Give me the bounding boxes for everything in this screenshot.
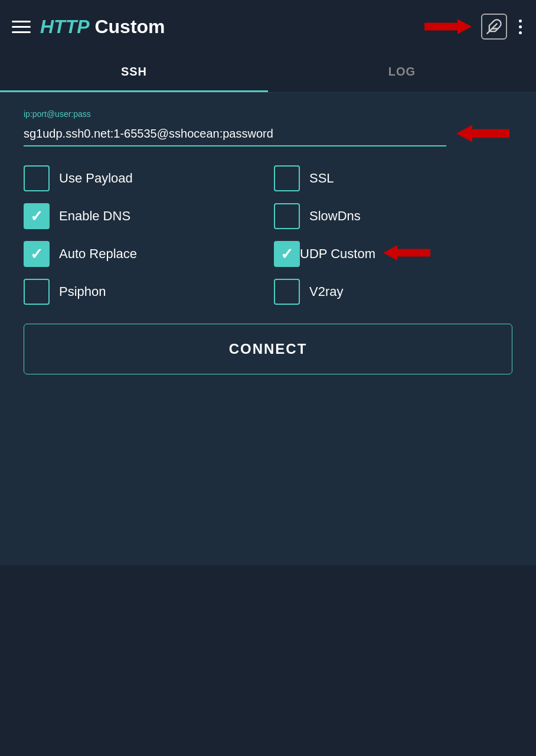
checkbox-slowdns-box[interactable]: ✓ xyxy=(274,203,300,229)
checkbox-psiphon-box[interactable]: ✓ xyxy=(24,279,50,305)
ssh-input-group: ip:port@user:pass xyxy=(24,109,512,146)
checkbox-enable-dns-box[interactable]: ✓ xyxy=(24,203,50,229)
checkbox-v2ray-box[interactable]: ✓ xyxy=(274,279,300,305)
checkbox-slowdns-label: SlowDns xyxy=(309,208,361,224)
more-options-icon[interactable] xyxy=(517,17,524,37)
checkbox-use-payload-box[interactable]: ✓ xyxy=(24,165,50,191)
checkbox-enable-dns[interactable]: ✓ Enable DNS xyxy=(24,203,262,229)
checkbox-use-payload[interactable]: ✓ Use Payload xyxy=(24,165,262,191)
checkbox-auto-replace-check: ✓ xyxy=(30,246,43,262)
arrow-to-ssh-input xyxy=(453,123,512,146)
checkbox-psiphon-label: Psiphon xyxy=(59,284,106,299)
main-content: ip:port@user:pass ✓ Use Payload ✓ SSL xyxy=(0,93,536,565)
svg-marker-0 xyxy=(424,19,472,34)
checkbox-enable-dns-label: Enable DNS xyxy=(59,208,130,224)
connect-button[interactable]: CONNECT xyxy=(24,324,512,374)
checkbox-psiphon[interactable]: ✓ Psiphon xyxy=(24,279,262,305)
checkbox-auto-replace-label: Auto Replace xyxy=(59,246,137,262)
checkbox-udp-custom-label: UDP Custom xyxy=(300,246,375,262)
checkbox-v2ray-label: V2ray xyxy=(309,284,343,299)
tab-log[interactable]: LOG xyxy=(268,53,536,92)
checkbox-ssl[interactable]: ✓ SSL xyxy=(274,165,512,191)
ssh-input[interactable] xyxy=(24,122,446,146)
app-title-http: HTTP xyxy=(40,16,90,37)
checkbox-udp-custom-box[interactable]: ✓ xyxy=(274,241,300,267)
hamburger-menu[interactable] xyxy=(12,21,31,33)
plugin-icon[interactable] xyxy=(481,14,507,40)
checkboxes-grid: ✓ Use Payload ✓ SSL ✓ Enable DNS ✓ SlowD… xyxy=(24,165,512,305)
checkbox-slowdns[interactable]: ✓ SlowDns xyxy=(274,203,512,229)
app-title-custom: Custom xyxy=(90,16,165,37)
header-right xyxy=(424,14,524,40)
tab-ssh[interactable]: SSH xyxy=(0,53,268,92)
checkbox-udp-custom[interactable]: ✓ UDP Custom xyxy=(274,241,512,267)
app-title: HTTP Custom xyxy=(40,16,165,38)
ssh-input-label: ip:port@user:pass xyxy=(24,109,512,119)
arrow-to-udp-custom xyxy=(380,243,433,265)
tab-bar: SSH LOG xyxy=(0,53,536,93)
svg-marker-4 xyxy=(383,245,430,260)
checkbox-auto-replace[interactable]: ✓ Auto Replace xyxy=(24,241,262,267)
arrow-to-plugin-icon xyxy=(424,16,472,37)
app-header: HTTP Custom xyxy=(0,0,536,53)
checkbox-v2ray[interactable]: ✓ V2ray xyxy=(274,279,512,305)
checkbox-ssl-label: SSL xyxy=(309,171,334,186)
header-left: HTTP Custom xyxy=(12,16,165,38)
checkbox-auto-replace-box[interactable]: ✓ xyxy=(24,241,50,267)
svg-marker-3 xyxy=(456,125,509,142)
ssh-input-row xyxy=(24,122,512,146)
checkbox-udp-custom-check: ✓ xyxy=(280,246,293,262)
checkbox-use-payload-label: Use Payload xyxy=(59,171,133,186)
checkbox-enable-dns-check: ✓ xyxy=(30,208,43,224)
checkbox-ssl-box[interactable]: ✓ xyxy=(274,165,300,191)
